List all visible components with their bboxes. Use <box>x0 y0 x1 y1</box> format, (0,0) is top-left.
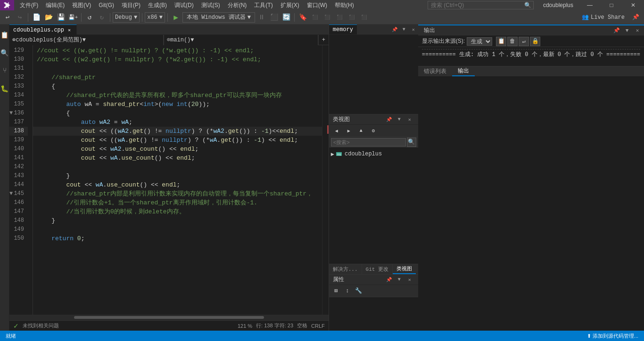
code-editor[interactable]: 129 130 131 132 133 134 135 ▼136 137 138 <box>9 45 329 315</box>
act-git[interactable]: ⑂ <box>0 62 9 79</box>
forward-button[interactable]: ↪ <box>14 12 25 23</box>
output-wrap-btn[interactable]: ↵ <box>519 37 529 46</box>
play-button[interactable]: ▶ <box>170 12 182 23</box>
act-search[interactable]: 🔍 <box>0 44 9 61</box>
memory-close-btn[interactable]: ✕ <box>409 25 418 34</box>
new-project-button[interactable]: 📄 <box>31 12 42 23</box>
spaces-indicator[interactable]: 空格 <box>297 322 307 329</box>
scrollbar-thumb[interactable] <box>74 316 264 319</box>
class-node-cdoubleplus[interactable]: ▶ ns cdoubleplus <box>329 149 418 159</box>
run-button[interactable]: 本地 Windows 调试器 ▼ <box>182 12 255 23</box>
memory-dropdown-btn[interactable]: ▼ <box>399 25 409 34</box>
output-dropdown-btn[interactable]: ▼ <box>622 26 632 35</box>
code-line-129: //cout << ((w.get() != nullptr) ? (*w.ge… <box>33 46 322 55</box>
prop-pin[interactable]: 📌 <box>384 275 394 284</box>
menu-build[interactable]: 生成(B) <box>144 0 171 10</box>
zoom-level[interactable]: 121 % <box>238 323 252 329</box>
status-left: 就绪 <box>4 333 18 340</box>
scope-dropdown[interactable]: ⊕ cdoubleplus (全局范围) ▼ <box>9 35 164 45</box>
prop-sort-btn[interactable]: ↕ <box>342 286 353 296</box>
class-view-dropdown[interactable]: ▼ <box>395 115 404 124</box>
class-search-input[interactable] <box>331 138 406 146</box>
function-dropdown[interactable]: ⊙ main() ▼ <box>164 35 318 45</box>
class-view-tab[interactable]: 类视图 <box>393 264 416 274</box>
act-debug[interactable]: 🐛 <box>0 80 9 97</box>
line-num-150: 150 <box>9 234 28 243</box>
class-nav-up[interactable]: ▲ <box>355 125 367 137</box>
menu-analyze[interactable]: 分析(N) <box>224 0 251 10</box>
code-line-135: auto wA = shared_ptr<int>(new int(20)); <box>33 100 322 109</box>
add-split-button[interactable]: + <box>318 35 329 45</box>
editor-tab-cdoubleplus[interactable]: cdoubleplus.cpp ✕ <box>9 24 77 35</box>
encoding-indicator[interactable]: CRLF <box>311 323 325 329</box>
close-button[interactable]: ✕ <box>622 0 644 10</box>
redo-button[interactable]: ↻ <box>96 12 107 23</box>
error-list-tab[interactable]: 错误列表 <box>418 66 452 76</box>
platform-dropdown[interactable]: x86 ▼ <box>145 12 165 23</box>
menu-tools[interactable]: 工具(T) <box>250 0 276 10</box>
collapse-136[interactable]: ▼ <box>9 111 13 116</box>
solution-tab[interactable]: 解决方... <box>329 264 362 274</box>
prop-dropdown[interactable]: ▼ <box>395 275 404 284</box>
menu-edit[interactable]: 编辑(E) <box>42 0 68 10</box>
run-dropdown-icon[interactable]: ▼ <box>248 14 251 21</box>
nav-btn-3[interactable]: ⬛ <box>334 12 345 23</box>
nav-btn-5[interactable]: ⬛ <box>358 12 370 23</box>
save-all-button[interactable]: 💾+ <box>67 12 79 23</box>
toolbar-separator-4 <box>142 13 142 22</box>
class-view-pin[interactable]: 📌 <box>384 115 394 124</box>
output-copy-btn[interactable]: 📋 <box>496 37 506 46</box>
class-search-button[interactable]: 🔍 <box>407 138 416 147</box>
menu-project[interactable]: 项目(P) <box>118 0 144 10</box>
output-tab[interactable]: 输出 <box>452 66 475 76</box>
class-nav-forward[interactable]: ▶ <box>343 125 355 137</box>
memory-pin-btn[interactable]: 📌 <box>390 25 399 34</box>
nav-btn-2[interactable]: ⬛ <box>322 12 333 23</box>
git-changes-tab[interactable]: Git 更改 <box>362 264 393 274</box>
pin-button[interactable]: 📌 <box>629 13 642 22</box>
output-pin-btn[interactable]: 📌 <box>612 26 621 35</box>
save-button[interactable]: 💾 <box>55 12 66 23</box>
menu-view[interactable]: 视图(V) <box>68 0 95 10</box>
add-source-control[interactable]: ⬆ 添加到源代码管理... <box>585 333 640 340</box>
class-nav-back[interactable]: ◀ <box>331 125 342 137</box>
config-dropdown[interactable]: Debug ▼ <box>113 12 140 23</box>
menu-file[interactable]: 文件(F) <box>16 0 42 10</box>
horizontal-scrollbar[interactable] <box>9 315 329 320</box>
global-search[interactable] <box>428 1 522 9</box>
pause-button[interactable]: ⏸ <box>256 12 267 23</box>
minimize-button[interactable]: — <box>579 0 601 10</box>
menu-git[interactable]: Git(G) <box>95 1 118 9</box>
open-button[interactable]: 📂 <box>43 12 54 23</box>
menu-test[interactable]: 测试(S) <box>198 0 224 10</box>
act-explore[interactable]: 📋 <box>0 26 9 43</box>
class-view-close[interactable]: ✕ <box>405 115 414 124</box>
output-sync-btn[interactable]: 🔒 <box>530 37 540 46</box>
code-line-142 <box>33 162 322 171</box>
prop-wrench-btn[interactable]: 🔧 <box>354 286 364 296</box>
stop-button[interactable]: ⬛ <box>268 12 280 23</box>
menu-extensions[interactable]: 扩展(X) <box>277 0 303 10</box>
menu-help[interactable]: 帮助(H) <box>331 0 358 10</box>
menu-window[interactable]: 窗口(W) <box>303 0 331 10</box>
nav-btn-4[interactable]: ⬛ <box>346 12 357 23</box>
live-share-button[interactable]: 👥 Live Share <box>578 13 628 22</box>
menu-debug[interactable]: 调试(D) <box>171 0 198 10</box>
output-close-btn[interactable]: ✕ <box>633 26 642 35</box>
class-view-header: 类视图 📌 ▼ ✕ <box>329 114 418 125</box>
maximize-button[interactable]: □ <box>601 0 622 10</box>
bookmark-button[interactable]: 🔖 <box>297 12 308 23</box>
code-content[interactable]: //cout << ((w.get() != nullptr) ? (*w.ge… <box>33 45 322 315</box>
back-button[interactable]: ↩ <box>2 12 13 23</box>
prop-close[interactable]: ✕ <box>405 275 414 284</box>
collapse-145[interactable]: ▼ <box>9 191 13 197</box>
output-clear-btn[interactable]: 🗑 <box>507 37 518 46</box>
memory-tab[interactable]: memory <box>329 24 357 34</box>
prop-grid-btn[interactable]: ⊞ <box>331 286 341 296</box>
undo-button[interactable]: ↺ <box>84 12 95 23</box>
class-settings[interactable]: ⚙ <box>368 125 379 137</box>
nav-btn-1[interactable]: ⬛ <box>309 12 321 23</box>
tab-close-button[interactable]: ✕ <box>66 27 73 33</box>
restart-button[interactable]: 🔄 <box>281 12 292 23</box>
output-source-select[interactable]: 生成 <box>467 37 492 46</box>
